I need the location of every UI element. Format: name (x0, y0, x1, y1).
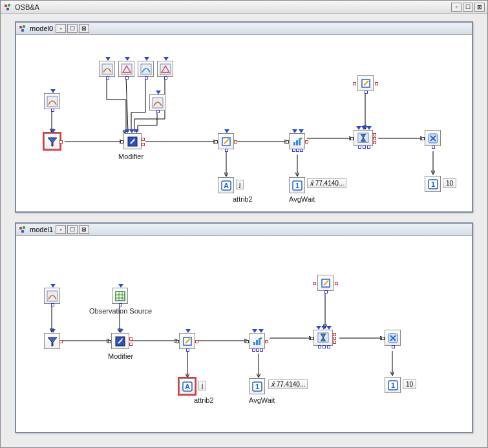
svg-marker-25 (48, 138, 57, 146)
svg-point-3 (19, 26, 22, 28)
outer-titlebar[interactable]: OSB&A ▫ ☐ ⊠ (1, 1, 487, 14)
discard-node[interactable] (385, 330, 401, 346)
svg-text:1: 1 (255, 383, 259, 390)
svg-point-43 (19, 227, 22, 229)
model1-title: model1 (30, 226, 53, 233)
distribution-source-node[interactable] (44, 288, 60, 304)
observation-source-node[interactable] (112, 288, 128, 304)
outer-title: OSB&A (15, 3, 449, 11)
avgwait-value-box: x̄ 77.4140... (307, 178, 346, 188)
count-10-box: 10 (403, 379, 416, 389)
distribution-source-node-6[interactable] (149, 94, 165, 111)
svg-rect-69 (256, 340, 258, 345)
analyzer-node[interactable] (249, 333, 265, 349)
outer-window-buttons: ▫ ☐ ⊠ (451, 3, 485, 12)
obs-source-label: Observation Source (89, 307, 152, 315)
model1-icon (18, 225, 27, 234)
svg-point-44 (23, 226, 25, 229)
attrib-j-box: j (198, 381, 206, 390)
edit-node[interactable] (179, 333, 195, 349)
attrib-label: attrib2 (194, 396, 214, 404)
attribute-a-node[interactable]: A (179, 378, 195, 394)
stats-collector-node[interactable] (313, 330, 333, 346)
svg-point-45 (21, 230, 24, 233)
model0-canvas[interactable]: Modifier A j attrib2 (16, 35, 472, 211)
modifier-node[interactable] (111, 333, 129, 349)
edit-node-2[interactable] (317, 275, 334, 291)
svg-point-5 (21, 29, 24, 32)
count-10-box: 10 (443, 178, 456, 188)
svg-rect-70 (259, 338, 260, 345)
distribution-source-node-3[interactable] (118, 61, 134, 77)
model0-titlebar[interactable]: model0 ▫ ☐ ⊠ (16, 23, 472, 35)
avgwait-label: AvgWait (289, 195, 315, 203)
attrib-j-box: j (236, 180, 244, 189)
svg-marker-63 (48, 337, 57, 346)
modifier-node[interactable] (123, 133, 142, 149)
model1-minimize-button[interactable]: ▫ (56, 225, 66, 234)
svg-rect-57 (47, 291, 58, 301)
svg-rect-21 (141, 64, 151, 74)
counter-node[interactable]: 1 (289, 177, 305, 193)
svg-rect-24 (153, 98, 163, 108)
svg-rect-31 (296, 140, 298, 145)
modifier-label: Modifier (108, 352, 133, 360)
model1-canvas[interactable]: Observation Source Modifier (16, 236, 472, 432)
discard-node[interactable] (425, 130, 441, 146)
model1-window[interactable]: model1 ▫ ☐ ⊠ (15, 222, 473, 433)
distribution-source-node-5[interactable] (157, 61, 173, 77)
svg-text:1: 1 (430, 180, 434, 188)
distribution-source-node[interactable] (44, 93, 60, 109)
edit-node[interactable] (218, 133, 234, 149)
svg-text:A: A (224, 182, 229, 189)
model1-window-buttons: ▫ ☐ ⊠ (56, 225, 89, 234)
model0-icon (18, 24, 27, 33)
edit-node-2[interactable] (357, 75, 374, 91)
distribution-source-node-4[interactable] (138, 61, 154, 77)
svg-rect-68 (253, 342, 255, 345)
svg-rect-18 (102, 64, 112, 74)
model0-window[interactable]: model0 ▫ ☐ ⊠ (15, 21, 473, 213)
counter-10-node[interactable]: 1 (385, 377, 401, 393)
model0-connectors (16, 35, 472, 211)
attrib-label: attrib2 (233, 195, 253, 203)
distribution-source-node-2[interactable] (99, 61, 115, 77)
svg-rect-30 (293, 142, 295, 145)
svg-rect-58 (116, 292, 125, 301)
model0-close-button[interactable]: ⊠ (79, 24, 89, 33)
stats-collector-node[interactable] (354, 130, 373, 146)
minimize-button[interactable]: ▫ (451, 3, 461, 12)
svg-text:1: 1 (295, 182, 299, 189)
counter-node[interactable]: 1 (249, 378, 265, 394)
model0-minimize-button[interactable]: ▫ (56, 24, 66, 33)
counter-10-node[interactable]: 1 (425, 176, 441, 192)
avgwait-value-box: x̄ 77.4140... (268, 379, 308, 389)
filter-node[interactable] (44, 333, 60, 349)
model1-close-button[interactable]: ⊠ (79, 225, 89, 234)
modifier-label: Modifier (118, 153, 143, 160)
attribute-a-node[interactable]: A (218, 177, 234, 193)
app-icon (3, 3, 12, 12)
analyzer-node[interactable] (289, 133, 305, 149)
model0-title: model0 (30, 25, 53, 32)
close-button[interactable]: ⊠ (474, 3, 485, 12)
svg-text:1: 1 (390, 381, 394, 389)
svg-rect-32 (299, 138, 301, 145)
model0-maximize-button[interactable]: ☐ (67, 24, 78, 33)
outer-window: OSB&A ▫ ☐ ⊠ model0 ▫ ☐ ⊠ (0, 0, 488, 448)
svg-point-0 (5, 4, 7, 6)
model1-titlebar[interactable]: model1 ▫ ☐ ⊠ (16, 224, 472, 236)
svg-point-1 (8, 3, 10, 6)
maximize-button[interactable]: ☐ (463, 3, 473, 12)
avgwait-label: AvgWait (249, 396, 275, 404)
filter-node[interactable] (44, 133, 60, 149)
svg-point-4 (23, 25, 25, 28)
model1-connectors (16, 236, 472, 432)
svg-text:A: A (185, 383, 190, 390)
model1-maximize-button[interactable]: ☐ (67, 225, 78, 234)
svg-point-2 (6, 7, 9, 10)
svg-rect-17 (47, 96, 58, 107)
model0-window-buttons: ▫ ☐ ⊠ (56, 24, 89, 33)
